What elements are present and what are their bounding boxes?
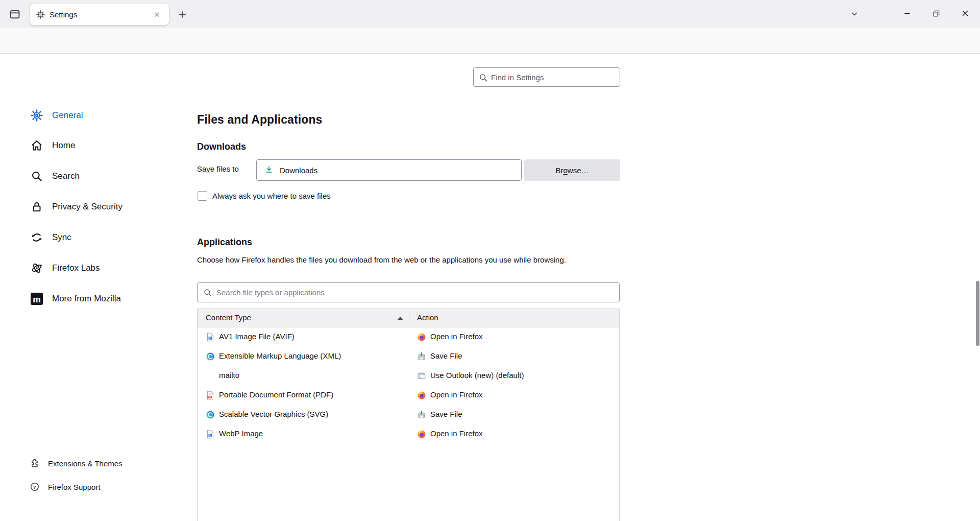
tab-settings[interactable]: Settings bbox=[30, 4, 169, 25]
applications-search-input[interactable] bbox=[216, 283, 615, 302]
table-row[interactable]: Scalable Vector Graphics (SVG) Save File bbox=[198, 405, 619, 424]
sidebar-item-home[interactable]: Home bbox=[22, 133, 160, 158]
downloads-heading: Downloads bbox=[197, 141, 246, 152]
sidebar-item-label: Home bbox=[52, 140, 75, 151]
applications-heading: Applications bbox=[197, 237, 252, 248]
download-path-value: Downloads bbox=[280, 166, 317, 175]
firefox-icon bbox=[417, 430, 426, 439]
atom-icon bbox=[31, 262, 43, 274]
firefox-icon bbox=[417, 333, 426, 342]
sidebar-item-label: Search bbox=[52, 171, 80, 181]
browse-button[interactable]: Browse… bbox=[524, 159, 620, 181]
edge-icon bbox=[206, 352, 215, 361]
table-row[interactable]: Portable Document Format (PDF) Open in F… bbox=[198, 386, 619, 405]
home-icon bbox=[31, 139, 43, 152]
table-row[interactable]: AV1 Image File (AVIF) Open in Firefox bbox=[198, 327, 619, 347]
tab-close-icon[interactable] bbox=[151, 8, 163, 20]
firefox-support-link[interactable]: Firefox Support bbox=[30, 478, 101, 496]
sidebar-item-label: Privacy & Security bbox=[52, 202, 122, 212]
sidebar-item-more-from-mozilla[interactable]: m More from Mozilla bbox=[22, 287, 160, 311]
table-header-row: Content Type Action bbox=[198, 309, 619, 327]
sync-icon bbox=[31, 231, 43, 244]
settings-page: General Home Search Privacy & Security S… bbox=[0, 54, 980, 521]
tab-list-chevron-icon[interactable] bbox=[846, 6, 863, 21]
always-ask-row: Always ask you where to save files bbox=[198, 191, 331, 201]
download-icon bbox=[264, 165, 274, 175]
download-path-field[interactable]: Downloads bbox=[256, 159, 522, 181]
firefox-view-icon[interactable] bbox=[6, 7, 23, 22]
sidebar-item-general[interactable]: General bbox=[22, 103, 160, 128]
sidebar-item-sync[interactable]: Sync bbox=[22, 225, 160, 250]
edge-icon bbox=[206, 410, 215, 419]
save-files-to-label: Save files to bbox=[197, 164, 239, 173]
sidebar-item-search[interactable]: Search bbox=[22, 164, 160, 188]
find-in-settings-input[interactable] bbox=[491, 68, 618, 86]
search-icon bbox=[31, 170, 43, 182]
column-header-content-type[interactable]: Content Type bbox=[206, 313, 251, 322]
new-tab-button[interactable] bbox=[174, 7, 190, 22]
tab-title: Settings bbox=[50, 10, 146, 19]
save-file-icon bbox=[417, 352, 426, 361]
tab-bar: Settings bbox=[0, 0, 980, 28]
table-row[interactable]: mailto Use Outlook (new) (default) bbox=[198, 366, 619, 386]
column-divider bbox=[409, 311, 409, 325]
image-file-icon bbox=[206, 430, 215, 439]
applications-search-box bbox=[197, 282, 620, 302]
puzzle-icon bbox=[30, 458, 40, 468]
gear-icon bbox=[31, 109, 43, 122]
sidebar-item-privacy-security[interactable]: Privacy & Security bbox=[22, 195, 160, 219]
mozilla-icon: m bbox=[31, 293, 43, 305]
app-window-icon bbox=[417, 371, 426, 381]
table-row[interactable]: Extensible Markup Language (XML) Save Fi… bbox=[198, 347, 619, 366]
applications-description: Choose how Firefox handles the files you… bbox=[197, 253, 616, 267]
footer-link-label: Firefox Support bbox=[48, 483, 101, 491]
window-minimize-button[interactable] bbox=[895, 3, 919, 23]
page-scrollbar[interactable] bbox=[976, 281, 979, 346]
sidebar-item-label: Sync bbox=[52, 232, 71, 243]
page-title: Files and Applications bbox=[197, 113, 322, 127]
footer-link-label: Extensions & Themes bbox=[48, 459, 122, 468]
always-ask-label: Always ask you where to save files bbox=[212, 192, 331, 200]
search-icon bbox=[203, 288, 212, 297]
question-icon bbox=[30, 482, 40, 492]
column-header-action[interactable]: Action bbox=[417, 313, 438, 322]
gear-icon bbox=[36, 10, 45, 19]
image-file-icon bbox=[206, 333, 215, 342]
save-file-icon bbox=[417, 410, 426, 419]
sidebar-item-firefox-labs[interactable]: Firefox Labs bbox=[22, 256, 160, 280]
extensions-themes-link[interactable]: Extensions & Themes bbox=[30, 454, 122, 472]
window-restore-button[interactable] bbox=[924, 3, 948, 23]
table-row[interactable]: WebP Image Open in Firefox bbox=[198, 424, 619, 444]
find-in-settings-box bbox=[473, 67, 620, 87]
sidebar-item-label: More from Mozilla bbox=[52, 294, 121, 304]
firefox-icon bbox=[417, 391, 426, 400]
window-close-button[interactable] bbox=[953, 3, 977, 23]
pdf-icon bbox=[206, 391, 215, 400]
sidebar-item-label: General bbox=[52, 110, 83, 121]
navigation-toolbar: Firefox about:preferences bbox=[0, 28, 980, 54]
search-icon bbox=[479, 73, 488, 82]
lock-icon bbox=[31, 201, 43, 213]
sort-ascending-icon bbox=[397, 317, 403, 320]
handlers-table: Content Type Action AV1 Image File (AVIF… bbox=[197, 309, 620, 521]
always-ask-checkbox[interactable] bbox=[198, 191, 207, 201]
sidebar-item-label: Firefox Labs bbox=[52, 263, 100, 273]
